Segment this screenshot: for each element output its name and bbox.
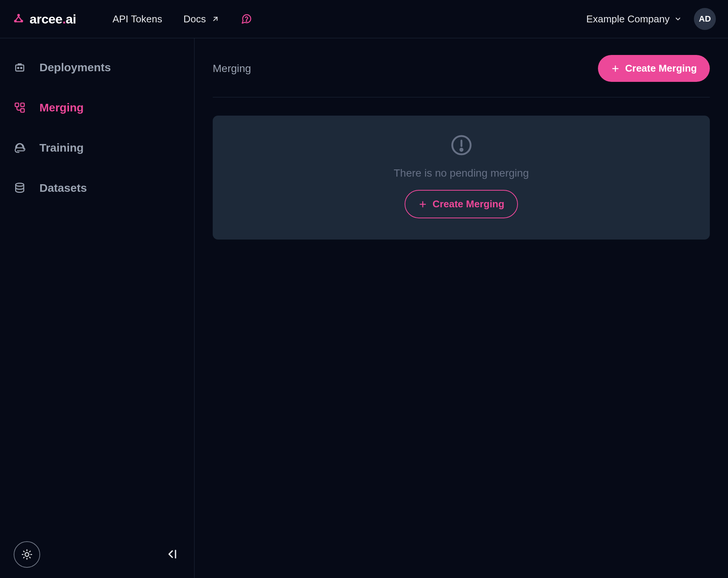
alert-circle-icon: [450, 134, 472, 156]
org-select[interactable]: Example Company: [586, 13, 682, 25]
sun-icon: [21, 549, 33, 560]
theme-toggle-button[interactable]: [14, 541, 40, 568]
sidebar-bottom: [14, 532, 180, 568]
training-icon: [14, 142, 26, 154]
sidebar-item-label: Deployments: [39, 61, 111, 74]
header-right: Example Company AD: [586, 8, 716, 30]
sidebar-item-merging[interactable]: Merging: [14, 101, 180, 114]
collapse-icon: [165, 548, 178, 561]
empty-create-merging-label: Create Merging: [433, 198, 504, 210]
org-name: Example Company: [586, 13, 670, 25]
collapse-sidebar-button[interactable]: [163, 547, 180, 562]
svg-point-3: [246, 21, 247, 22]
sidebar-item-label: Merging: [39, 101, 84, 114]
deployments-icon: [14, 61, 26, 74]
empty-create-merging-button[interactable]: Create Merging: [405, 190, 518, 218]
sidebar-item-deployments[interactable]: Deployments: [14, 61, 180, 74]
nav-docs-label: Docs: [184, 13, 206, 25]
alert-icon-wrap: [450, 134, 473, 157]
sidebar-nav: Deployments Merging Training: [14, 61, 180, 194]
svg-point-6: [20, 67, 22, 69]
svg-point-10: [16, 183, 24, 186]
plus-icon: [611, 64, 620, 73]
sidebar-item-datasets[interactable]: Datasets: [14, 182, 180, 194]
svg-point-14: [460, 149, 463, 151]
page-header: Merging Create Merging: [213, 55, 710, 97]
main-content: Merging Create Merging There is no pendi…: [195, 38, 728, 578]
brand-logo[interactable]: arcee.ai: [12, 12, 76, 27]
svg-point-5: [17, 67, 19, 69]
avatar-initials: AD: [699, 14, 711, 24]
app-header: arcee.ai API Tokens Docs Example Company…: [0, 0, 728, 38]
sidebar-item-training[interactable]: Training: [14, 141, 180, 154]
external-link-icon: [211, 15, 220, 23]
sidebar: Deployments Merging Training: [0, 38, 195, 578]
empty-state-message: There is no pending merging: [394, 167, 529, 179]
merging-icon: [14, 102, 26, 114]
plus-icon: [418, 200, 427, 209]
svg-rect-7: [15, 103, 19, 107]
datasets-icon: [14, 182, 26, 194]
help-chat-icon: [241, 13, 252, 25]
svg-point-11: [25, 553, 29, 556]
svg-rect-9: [21, 109, 24, 112]
empty-state-card: There is no pending merging Create Mergi…: [213, 116, 710, 240]
create-merging-button[interactable]: Create Merging: [598, 55, 710, 82]
create-merging-label: Create Merging: [625, 63, 697, 74]
nav-api-tokens-label: API Tokens: [113, 13, 162, 25]
brand-text: arcee.ai: [30, 12, 76, 27]
nav-help[interactable]: [241, 13, 252, 25]
page-title: Merging: [213, 63, 251, 75]
sidebar-item-label: Training: [39, 141, 84, 154]
user-avatar[interactable]: AD: [694, 8, 716, 30]
chevron-down-icon: [674, 15, 682, 23]
nav-docs[interactable]: Docs: [184, 13, 220, 25]
svg-rect-8: [21, 103, 24, 107]
top-nav: API Tokens Docs: [113, 13, 252, 25]
sidebar-item-label: Datasets: [39, 182, 87, 194]
brand-mark-icon: [12, 13, 25, 25]
svg-rect-4: [16, 65, 24, 71]
nav-api-tokens[interactable]: API Tokens: [113, 13, 162, 25]
app-body: Deployments Merging Training: [0, 38, 728, 578]
